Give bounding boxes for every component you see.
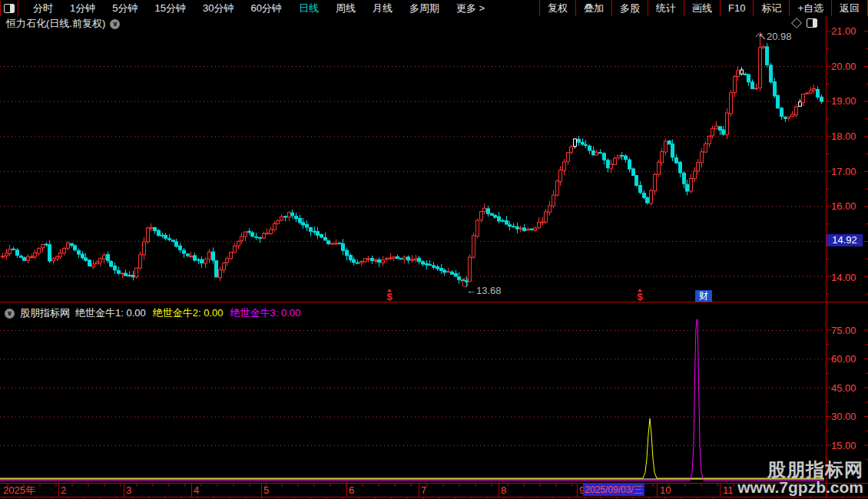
- indicator-axis-label: 60.00: [831, 354, 865, 364]
- date-label-2025年: 2025年: [3, 485, 35, 495]
- candles: [2, 31, 823, 287]
- last-price-tag: 14.92: [827, 234, 863, 246]
- tool-button-多股[interactable]: 多股: [611, 0, 648, 16]
- indicator-line-绝世金牛3: [0, 319, 824, 481]
- price-axis-label: 19.00: [831, 96, 865, 106]
- period-tab-周线[interactable]: 周线: [327, 2, 364, 15]
- period-tab-更多 >[interactable]: 更多 >: [448, 2, 493, 15]
- period-tab-60分钟[interactable]: 60分钟: [242, 2, 290, 15]
- tool-menu: 复权叠加多股统计画线F10标记+自选返回: [539, 0, 868, 16]
- window-split-button[interactable]: [0, 1, 18, 16]
- watermark-name: 股朋指标网: [737, 460, 863, 479]
- watermark: 股朋指标网 www.7gpzb.com: [737, 460, 863, 496]
- dollar-marker[interactable]: $: [386, 291, 393, 302]
- chart-canvas: $$: [0, 0, 868, 499]
- high-annotation: ↖20.98: [758, 31, 791, 42]
- chevron-down-icon[interactable]: ∨: [110, 19, 120, 29]
- dollar-marker[interactable]: $: [637, 291, 643, 302]
- title-row: 恒力石化(日线.前复权) ∨: [6, 18, 120, 30]
- indicator-line-绝世金牛2: [0, 418, 824, 478]
- tool-button-画线[interactable]: 画线: [684, 0, 720, 16]
- tool-button-+自选[interactable]: +自选: [789, 0, 831, 16]
- price-axis-label: 16.00: [831, 201, 865, 211]
- tool-button-返回[interactable]: 返回: [831, 0, 868, 16]
- price-axis-label: 17.00: [831, 167, 865, 177]
- date-label-6: 6: [349, 485, 354, 495]
- date-label-4: 4: [194, 485, 199, 495]
- low-annotation: ←13.68: [466, 285, 502, 296]
- date-label-10: 10: [660, 485, 671, 495]
- date-label-5: 5: [263, 485, 269, 495]
- date-label-3: 3: [126, 485, 131, 495]
- collapse-chevron-icon[interactable]: ∨: [5, 309, 15, 319]
- date-label-8: 8: [501, 485, 506, 495]
- tool-button-标记[interactable]: 标记: [753, 0, 789, 16]
- indicator-axis-label: 15.00: [831, 441, 865, 451]
- indicator-axis-label: 75.00: [831, 326, 865, 335]
- indicator-values: 绝世金牛1: 0.00绝世金牛2: 0.00绝世金牛3: 0.00: [75, 306, 307, 320]
- indicator-axis-label: 45.00: [831, 383, 865, 393]
- period-tab-分时[interactable]: 分时: [25, 2, 61, 15]
- period-tab-15分钟[interactable]: 15分钟: [146, 2, 194, 15]
- split-window-icon: [4, 4, 15, 13]
- indicator-value-绝世金牛3: 绝世金牛3: 0.00: [230, 307, 301, 319]
- tool-button-叠加[interactable]: 叠加: [575, 0, 611, 16]
- tool-button-统计[interactable]: 统计: [648, 0, 684, 16]
- price-axis-label: 21.00: [831, 26, 865, 36]
- tool-button-复权[interactable]: 复权: [539, 0, 575, 16]
- event-badge-cai[interactable]: 财: [695, 290, 712, 302]
- period-tab-1分钟[interactable]: 1分钟: [61, 2, 104, 15]
- indicator-axis-label: 30.00: [831, 411, 865, 421]
- period-menu: 分时1分钟5分钟15分钟30分钟60分钟日线周线月线多周期更多 >: [18, 2, 493, 15]
- date-label-11: 11: [723, 485, 734, 495]
- tool-button-F10[interactable]: F10: [720, 0, 753, 16]
- date-label-7: 7: [421, 485, 426, 495]
- price-axis-label: 18.00: [831, 131, 865, 141]
- period-tab-30分钟[interactable]: 30分钟: [194, 2, 242, 15]
- indicator-value-绝世金牛1: 绝世金牛1: 0.00: [75, 307, 146, 319]
- period-tab-日线[interactable]: 日线: [290, 2, 327, 15]
- watermark-url: www.7gpzb.com: [737, 479, 863, 496]
- indicator-value-绝世金牛2: 绝世金牛2: 0.00: [153, 307, 224, 319]
- date-label-2: 2: [61, 485, 66, 495]
- top-menu-bar: 分时1分钟5分钟15分钟30分钟60分钟日线周线月线多周期更多 > 复权叠加多股…: [0, 0, 868, 16]
- pane-split-icon[interactable]: [807, 18, 817, 28]
- period-tab-多周期[interactable]: 多周期: [401, 2, 448, 15]
- indicator-legend: ∨ 股朋指标网 绝世金牛1: 0.00绝世金牛2: 0.00绝世金牛3: 0.0…: [5, 306, 307, 320]
- price-axis-label: 20.00: [831, 61, 865, 71]
- stock-title: 恒力石化(日线.前复权): [6, 17, 105, 31]
- diamond-icon[interactable]: [791, 18, 802, 28]
- price-axis-label: 14.00: [831, 273, 865, 283]
- period-tab-5分钟[interactable]: 5分钟: [104, 2, 146, 15]
- period-tab-月线[interactable]: 月线: [364, 2, 401, 15]
- indicator-source-label: 股朋指标网: [20, 306, 70, 320]
- chart-corner-icons: [793, 18, 817, 28]
- selected-date-tag: 2025/09/03/三: [583, 484, 644, 496]
